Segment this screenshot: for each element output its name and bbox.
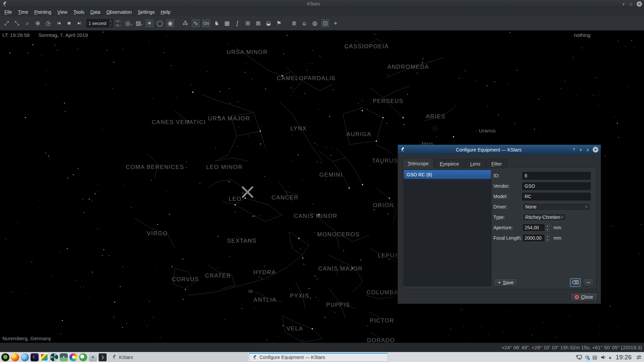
- observation-planner-icon[interactable]: ≣: [289, 18, 299, 28]
- aperture-spinbox[interactable]: ▲ ▼: [522, 224, 550, 232]
- vendor-field[interactable]: [522, 182, 591, 190]
- menu-item[interactable]: Tools: [70, 8, 88, 16]
- track-object-icon[interactable]: ◎: [124, 18, 133, 28]
- menu-item[interactable]: Data: [88, 8, 104, 16]
- id-field[interactable]: [522, 172, 591, 180]
- launcher-firefox[interactable]: [11, 353, 19, 361]
- menu-item[interactable]: Time: [15, 8, 32, 16]
- clock[interactable]: 19:26: [615, 354, 632, 361]
- focus-infobox[interactable]: nothing: [574, 32, 590, 38]
- maximize-icon[interactable]: ∧: [584, 147, 591, 152]
- toggle-stars-icon[interactable]: ✶: [145, 18, 154, 28]
- dialog-titlebar[interactable]: Configure Equipment — KStars ? ∨ ∧ ✕: [398, 145, 601, 155]
- tab[interactable]: Telescope: [402, 158, 434, 168]
- time-step-up-icon[interactable]: ▲: [114, 19, 121, 23]
- close-icon[interactable]: ✕: [593, 147, 598, 153]
- fov-symbol-icon[interactable]: ⊡: [320, 18, 330, 28]
- driver-dropdown[interactable]: None ▼: [522, 203, 591, 211]
- close-button[interactable]: ✕ Close: [570, 293, 597, 301]
- step-backward-icon[interactable]: |◀: [54, 18, 63, 28]
- expand-tray-icon[interactable]: ▲: [609, 356, 611, 359]
- launcher-gwenview[interactable]: [79, 353, 87, 361]
- type-dropdown[interactable]: Ritchey-Chretien ▼: [522, 213, 567, 221]
- zoom-out-window-icon[interactable]: ⤢: [2, 18, 11, 28]
- task-button[interactable]: KStars: [108, 353, 248, 362]
- minimize-icon[interactable]: ∨: [577, 147, 584, 152]
- close-icon[interactable]: ✕: [637, 1, 642, 7]
- tab[interactable]: Eyepiece: [435, 159, 464, 169]
- find-object-icon[interactable]: ⌕: [22, 18, 32, 28]
- menu-item[interactable]: Settings: [135, 8, 158, 16]
- toggle-horizon-icon[interactable]: ◒: [264, 18, 273, 28]
- tab[interactable]: Lens: [465, 159, 485, 169]
- launcher-kstars[interactable]: [89, 353, 97, 361]
- menu-item[interactable]: View: [54, 8, 70, 16]
- dome-icon[interactable]: ⌂: [300, 18, 309, 28]
- time-step-down-icon[interactable]: ▼: [114, 23, 121, 27]
- model-field[interactable]: [522, 193, 591, 200]
- toggle-constellation-boundaries-icon[interactable]: ▦: [222, 18, 232, 28]
- time-step-mini-spinner[interactable]: + −: [109, 19, 113, 27]
- zoom-in-window-icon[interactable]: ⤡: [12, 18, 22, 28]
- launcher-opensuse[interactable]: [1, 353, 9, 361]
- toggle-deep-sky-icon[interactable]: ◯: [155, 18, 165, 28]
- launcher-thunderbird[interactable]: [21, 353, 29, 361]
- toggle-horizontal-grid-icon[interactable]: ⊠: [253, 18, 263, 28]
- focal-length-field[interactable]: [523, 234, 545, 242]
- spin-up-icon[interactable]: ▲: [545, 234, 550, 238]
- set-time-icon[interactable]: ◷: [43, 18, 53, 28]
- sky-image-icon[interactable]: ▨: [134, 18, 144, 28]
- spin-down-icon[interactable]: ▼: [545, 238, 550, 242]
- updates-icon[interactable]: ⟳: [585, 354, 590, 360]
- target-crosshair-icon[interactable]: ⌖: [331, 18, 340, 28]
- save-button[interactable]: + Save: [493, 278, 518, 287]
- list-item-selected[interactable]: GSO RC (8): [404, 170, 491, 179]
- constellation-label: ARIES: [426, 113, 446, 120]
- set-geolocation-icon[interactable]: ⊕: [33, 18, 43, 28]
- toggle-equatorial-grid-icon[interactable]: ⊞: [243, 18, 253, 28]
- menu-item[interactable]: Pointing: [31, 8, 54, 16]
- help-icon[interactable]: ?: [570, 147, 577, 152]
- toggle-constellation-art-icon[interactable]: ♞: [212, 18, 221, 28]
- spin-up-icon[interactable]: ▲: [545, 224, 550, 228]
- launcher-stellarium[interactable]: [31, 353, 39, 361]
- tab[interactable]: Filter: [486, 159, 507, 169]
- eyepiece-view-icon[interactable]: ◍: [310, 18, 320, 28]
- toggle-flags-icon[interactable]: ⚑: [274, 18, 284, 28]
- plus-icon[interactable]: +: [109, 19, 113, 23]
- toggle-planets-icon[interactable]: ◉: [165, 18, 175, 28]
- launcher-showfoto[interactable]: [60, 353, 68, 361]
- launcher-digikam[interactable]: [40, 353, 48, 361]
- remove-item-button[interactable]: −: [583, 278, 594, 287]
- volume-icon[interactable]: [600, 355, 606, 360]
- minimize-icon[interactable]: ∨: [620, 2, 627, 6]
- maximize-icon[interactable]: ◇: [627, 2, 635, 6]
- toggle-milky-way-icon[interactable]: ∫: [232, 18, 242, 28]
- menu-item[interactable]: Observation: [103, 8, 135, 16]
- time-step-input[interactable]: [87, 19, 109, 27]
- network-icon[interactable]: [576, 354, 582, 360]
- aperture-field[interactable]: [523, 224, 545, 231]
- step-forward-icon[interactable]: ▶|: [74, 18, 84, 28]
- task-button[interactable]: Configure Equipment — KStars: [249, 353, 388, 362]
- focal-length-spinbox[interactable]: ▲ ▼: [522, 234, 550, 242]
- spin-down-icon[interactable]: ▼: [545, 228, 550, 231]
- menu-item[interactable]: Help: [158, 8, 173, 16]
- geo-location-infobox[interactable]: Nuremberg, Germany: [2, 336, 51, 341]
- launcher-darktable[interactable]: [50, 353, 58, 361]
- launcher-konsole[interactable]: [99, 353, 107, 361]
- menu-item[interactable]: File: [1, 8, 15, 16]
- toggle-constellation-names-icon[interactable]: Ori: [201, 18, 211, 28]
- main-titlebar[interactable]: KStars ∨ ◇ ✕: [0, 0, 644, 8]
- minus-icon[interactable]: −: [109, 23, 113, 27]
- toggle-constellation-lines-icon[interactable]: ∿: [191, 18, 201, 28]
- equipment-list[interactable]: GSO RC (8): [404, 170, 491, 286]
- clear-field-button[interactable]: ⌫: [570, 278, 581, 287]
- local-time-infobox[interactable]: LT: 19:26:58Sonntag, 7. April 2019: [2, 32, 97, 38]
- telescope-form: ID: Vendor: Model: Driver: None ▼ Type:: [493, 171, 594, 244]
- sliders-icon[interactable]: [636, 355, 642, 360]
- pause-icon[interactable]: ▮▮: [64, 18, 74, 28]
- toggle-supernovae-icon[interactable]: ⁂: [180, 18, 190, 28]
- clipboard-icon[interactable]: ▤: [592, 354, 597, 360]
- launcher-colorwheel[interactable]: [69, 353, 77, 361]
